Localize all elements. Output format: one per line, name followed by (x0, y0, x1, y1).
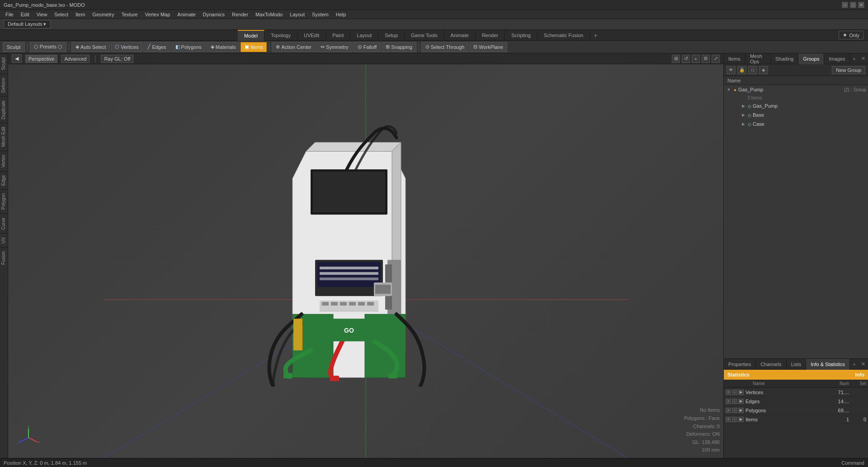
bpanel-close-button[interactable]: ✕ (859, 360, 868, 368)
groups-eye-button[interactable]: 👁 (726, 66, 736, 74)
tab-paint[interactable]: Paint (326, 30, 350, 41)
menu-file[interactable]: File (2, 11, 17, 18)
only-button[interactable]: ★ Only (839, 31, 863, 39)
stats-minus-btn-items[interactable]: - (732, 417, 737, 422)
new-group-button[interactable]: New Group (832, 66, 865, 74)
sculpt-button[interactable]: Sculpt (3, 42, 25, 52)
workplane-button[interactable]: ⊟ WorkPlane (469, 42, 507, 52)
stats-minus-btn-edges[interactable]: - (732, 399, 737, 404)
menu-maxtomode[interactable]: MaxToModo (252, 11, 286, 18)
menu-item[interactable]: Item (72, 11, 89, 18)
stats-arrow-btn-items[interactable]: ▶ (738, 417, 744, 422)
groups-lock-button[interactable]: 🔒 (737, 66, 746, 74)
bpanel-tab-channels[interactable]: Channels (756, 359, 786, 370)
presets-button[interactable]: ⬡ Presets ⬡ (30, 42, 66, 52)
snapping-button[interactable]: ⊞ Snapping (382, 42, 416, 52)
stats-minus-btn-vertices[interactable]: - (732, 390, 737, 395)
rpanel-tab-groups[interactable]: Groups (798, 53, 824, 64)
maximize-button[interactable]: □ (850, 2, 856, 8)
vp-reset-icon[interactable]: ↺ (682, 55, 690, 63)
menu-animate[interactable]: Animate (174, 11, 199, 18)
rpanel-tab-images[interactable]: Images (824, 53, 850, 64)
stats-arrow-btn-polygons[interactable]: ▶ (738, 408, 744, 413)
materials-button[interactable]: ◈ Materials (207, 42, 240, 52)
vp-zoom-in-icon[interactable]: + (692, 55, 700, 63)
sidebar-tab-polygon[interactable]: Polygon (0, 189, 8, 213)
tab-add-button[interactable]: + (590, 30, 601, 40)
stats-plus-btn-edges[interactable]: + (726, 399, 731, 404)
menu-render[interactable]: Render (228, 11, 252, 18)
viewport-prev-button[interactable]: ◀ (12, 54, 22, 63)
sidebar-tab-mesh-edit[interactable]: Mesh Edit (0, 123, 8, 150)
rpanel-tab-mesh-ops[interactable]: Mesh Ops (745, 53, 771, 64)
menu-select[interactable]: Select (51, 11, 72, 18)
vp-fit-icon[interactable]: ⊞ (672, 55, 680, 63)
stats-plus-btn-items[interactable]: + (726, 417, 731, 422)
tab-uvedit[interactable]: UVEdit (297, 30, 326, 41)
groups-vis-button[interactable]: □ (748, 66, 757, 74)
edges-button[interactable]: ╱ Edges (143, 42, 170, 52)
bpanel-tab-properties[interactable]: Properties (724, 359, 756, 370)
stats-minus-btn-polygons[interactable]: - (732, 408, 737, 413)
vp-expand-icon[interactable]: ⤢ (712, 55, 720, 63)
rpanel-close-button[interactable]: ✕ (859, 54, 868, 63)
layout-selector[interactable]: Default Layouts ▾ (4, 20, 51, 29)
symmetry-button[interactable]: ⇔ Symmetry (316, 42, 353, 52)
groups-render-button[interactable]: ◈ (759, 66, 768, 74)
menu-geometry[interactable]: Geometry (89, 11, 118, 18)
sidebar-tab-uv[interactable]: UV (0, 233, 8, 247)
menu-texture[interactable]: Texture (118, 11, 142, 18)
viewport-advanced[interactable]: Advanced (61, 55, 90, 63)
vp-settings-icon[interactable]: ⚙ (702, 55, 710, 63)
tab-layout[interactable]: Layout (350, 30, 378, 41)
sidebar-tab-vertex[interactable]: Vertex (0, 151, 8, 171)
tree-item-base[interactable]: ▶ ◇ Base (724, 110, 868, 119)
sidebar-tab-duplicate[interactable]: Duplicate (0, 96, 8, 123)
stats-arrow-btn-vertices[interactable]: ▶ (738, 390, 744, 395)
tab-schematic-fusion[interactable]: Schematic Fusion (538, 30, 590, 41)
bpanel-tab-info-stats[interactable]: Info & Statistics (806, 359, 850, 370)
menu-vertex-map[interactable]: Vertex Map (142, 11, 174, 18)
close-button[interactable]: ✕ (858, 2, 864, 8)
sidebar-tab-sculpt[interactable]: Sculpt (0, 53, 8, 74)
menu-edit[interactable]: Edit (17, 11, 33, 18)
sidebar-tab-fusion[interactable]: Fusion (0, 247, 8, 268)
sidebar-tab-edge[interactable]: Edge (0, 171, 8, 189)
sidebar-tab-deform[interactable]: Deform (0, 74, 8, 96)
menu-view[interactable]: View (33, 11, 51, 18)
tree-item-case[interactable]: ▶ ◇ Case (724, 119, 868, 129)
tab-game-tools[interactable]: Game Tools (405, 30, 444, 41)
rpanel-tab-items[interactable]: Items (724, 53, 745, 64)
minimize-button[interactable]: ─ (842, 2, 848, 8)
tree-item-gas-pump-mesh[interactable]: ▶ ◇ Gas_Pump (724, 101, 868, 110)
tab-scripting[interactable]: Scripting (505, 30, 538, 41)
polygons-button[interactable]: ◧ Polygons (171, 42, 206, 52)
tab-render[interactable]: Render (476, 30, 505, 41)
tab-setup[interactable]: Setup (378, 30, 405, 41)
auto-select-button[interactable]: ◈ Auto Select (71, 42, 110, 52)
menu-system[interactable]: System (308, 11, 332, 18)
viewport-canvas[interactable]: .grid-line { stroke: #4a4a4a; stroke-wid… (8, 64, 723, 458)
tab-topology[interactable]: Topology (264, 30, 297, 41)
tab-model[interactable]: Model (238, 30, 264, 41)
menu-help[interactable]: Help (332, 11, 350, 18)
action-center-button[interactable]: ⊕ Action Center (272, 42, 316, 52)
vertices-button[interactable]: ⬡ Vertices (111, 42, 142, 52)
rpanel-add-tab[interactable]: + (850, 55, 859, 63)
tree-item-gas-pump-group[interactable]: ▼ ● Gas_Pump (2) : Group (724, 85, 868, 94)
tab-animate[interactable]: Animate (444, 30, 476, 41)
viewport-ray-gl[interactable]: Ray GL: Off (101, 55, 133, 63)
menu-layout[interactable]: Layout (286, 11, 308, 18)
viewport-type[interactable]: Perspective (25, 55, 57, 63)
stats-plus-btn-polygons[interactable]: + (726, 408, 731, 413)
viewport[interactable]: ◀ Perspective Advanced Ray GL: Off ⊞ ↺ +… (8, 53, 723, 458)
sidebar-tab-curve[interactable]: Curve (0, 214, 8, 234)
rpanel-tab-shading[interactable]: Shading (771, 53, 798, 64)
items-button[interactable]: ▣ Items (241, 42, 267, 52)
menu-dynamics[interactable]: Dynamics (199, 11, 228, 18)
falloff-button[interactable]: ◎ Falloff (354, 42, 381, 52)
stats-plus-btn-vertices[interactable]: + (726, 390, 731, 395)
select-through-button[interactable]: ⊙ Select Through (421, 42, 468, 52)
bpanel-tab-lists[interactable]: Lists (787, 359, 807, 370)
bpanel-add-tab[interactable]: + (850, 360, 859, 368)
